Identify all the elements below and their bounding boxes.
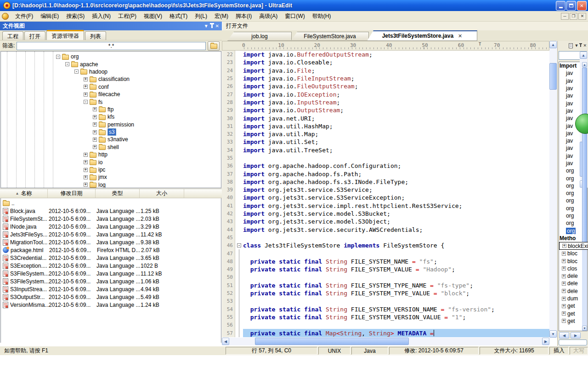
file-row[interactable]: S3Credential...2012-10-5 6:09...Java Lan… [1, 254, 221, 262]
tree-item-shell[interactable]: +shell [1, 144, 221, 151]
file-row[interactable]: S3FileSystem...2012-10-5 6:09...Java Lan… [1, 277, 221, 285]
expand-icon[interactable]: + [562, 266, 566, 270]
menu-item-6[interactable]: 格式(T) [166, 11, 191, 22]
tree-item-fs[interactable]: -fs [1, 98, 221, 105]
menu-item-0[interactable]: 文件(F) [11, 11, 37, 22]
scroll-up-button[interactable]: ▲ [580, 52, 587, 59]
code-line-41[interactable]: 41import org.jets3t.service.impl.rest.ht… [222, 202, 549, 210]
file-row[interactable]: S3FileSystem...2012-10-5 6:09...Java Lan… [1, 270, 221, 277]
function-list-edit-box[interactable] [559, 339, 587, 345]
code-line-22[interactable]: 22import java.io.BufferedOutputStream; [222, 51, 549, 58]
file-view-tab-工程[interactable]: 工程 [2, 31, 23, 40]
file-view-tab-打开[interactable]: 打开 [24, 31, 45, 40]
file-row[interactable]: S3OutputStr...2012-10-5 6:09...Java Lang… [1, 293, 221, 301]
code-line-36[interactable]: 36import org.apache.hadoop.conf.Configur… [222, 162, 549, 170]
document-menu-icon[interactable] [2, 13, 9, 20]
fold-column[interactable]: - [235, 242, 243, 249]
file-row[interactable]: Block.java2012-10-5 6:09...Java Language… [1, 207, 221, 215]
code-line-28[interactable]: 28import java.io.InputStream; [222, 98, 549, 106]
file-view-tab-列表[interactable]: 列表 [85, 31, 106, 40]
tree-item-io[interactable]: +io [1, 158, 221, 166]
tree-item-ftp[interactable]: +ftp [1, 106, 221, 113]
scrollbar-thumb[interactable] [255, 338, 409, 345]
fold-collapse-icon[interactable]: - [237, 243, 241, 247]
code-line-39[interactable]: 39import org.jets3t.service.S3Service; [222, 186, 549, 194]
code-editor[interactable]: 22import java.io.BufferedOutputStream;23… [222, 51, 549, 338]
filter-input[interactable] [17, 42, 206, 50]
funclist-item-blockExi-24[interactable]: +blockExi [559, 242, 588, 250]
editor-tab-Jets3tFileSystemStore.java[interactable]: Jets3tFileSystemStore.java✕ [367, 30, 477, 41]
close-panel-icon[interactable]: ✕ [215, 23, 219, 29]
expand-icon[interactable]: + [84, 153, 88, 157]
mdi-minimize-button[interactable]: ─ [561, 13, 569, 20]
expand-icon[interactable]: + [84, 92, 88, 97]
code-line-52[interactable]: 52 private static final String FILE_SYST… [222, 289, 549, 297]
code-line-27[interactable]: 27import java.io.IOException; [222, 90, 549, 98]
tree-item-kfs[interactable]: +kfs [1, 113, 221, 121]
file-row[interactable]: S3InputStrea...2012-10-5 6:09...Java Lan… [1, 285, 221, 293]
editor-tab-FileSystemStore.java[interactable]: FileSystemStore.java [291, 32, 369, 41]
code-line-46[interactable]: 46-class Jets3tFileSystemStore implement… [222, 242, 549, 249]
expand-icon[interactable]: + [562, 319, 566, 323]
expand-icon[interactable]: + [562, 244, 566, 248]
code-line-26[interactable]: 26import java.io.FileOutputStream; [222, 82, 549, 90]
file-row[interactable]: Jets3tFileSys...2012-10-5 6:09...Java La… [1, 230, 221, 238]
code-line-56[interactable]: 56 [222, 321, 549, 329]
chevron-down-icon[interactable]: ▼ [575, 43, 579, 48]
tree-item-s3native[interactable]: +s3native [1, 136, 221, 143]
expand-icon[interactable]: + [93, 145, 97, 149]
code-line-55[interactable]: 55 private static final String FILE_SYST… [222, 313, 549, 321]
menu-item-1[interactable]: 编辑(E) [37, 11, 62, 22]
code-line-33[interactable]: 33import java.util.Set; [222, 138, 549, 146]
tree-item-apache[interactable]: -apache [1, 60, 221, 68]
column-header-1[interactable]: 修改日期 [48, 189, 96, 198]
code-line-37[interactable]: 37import org.apache.hadoop.fs.Path; [222, 170, 549, 178]
code-line-49[interactable]: 49 private static final String FILE_SYST… [222, 265, 549, 273]
editor-tab-job.log[interactable]: job.log [227, 32, 292, 41]
code-line-34[interactable]: 34import java.util.TreeSet; [222, 146, 549, 154]
code-line-57[interactable]: 57 private static final Map<String, Stri… [222, 329, 549, 337]
scroll-up-button[interactable]: ▲ [582, 62, 587, 67]
menu-item-4[interactable]: 工程(P) [114, 11, 140, 22]
file-row[interactable]: S3Exception....2012-10-5 6:09...Java Lan… [1, 262, 221, 270]
file-view-tab-资源管理器[interactable]: 资源管理器 [46, 30, 84, 40]
menu-item-5[interactable]: 视图(V) [140, 11, 166, 22]
minimize-button[interactable] [556, 1, 565, 11]
code-line-30[interactable]: 30import java.net.URI; [222, 114, 549, 122]
code-line-35[interactable]: 35 [222, 154, 549, 162]
expand-icon[interactable]: + [93, 107, 97, 111]
mdi-restore-button[interactable]: ❐ [570, 13, 577, 20]
code-line-23[interactable]: 23import java.io.Closeable; [222, 58, 549, 66]
tree-item-hadoop[interactable]: -hadoop [1, 68, 221, 75]
file-row[interactable]: package.html2012-10-5 6:09...Firefox HTM… [1, 246, 221, 254]
expand-icon[interactable]: + [84, 77, 88, 81]
file-row[interactable]: INode.java2012-10-5 6:09...Java Language… [1, 223, 221, 230]
expand-icon[interactable]: + [562, 311, 566, 316]
menu-item-9[interactable]: 脚本(I) [232, 11, 255, 22]
expand-icon[interactable]: + [84, 160, 88, 164]
tree-item-conf[interactable]: +conf [1, 83, 221, 91]
menu-item-3[interactable]: 插入(N) [88, 11, 114, 22]
code-line-40[interactable]: 40import org.jets3t.service.S3ServiceExc… [222, 194, 549, 201]
scrollbar-thumb[interactable] [549, 63, 557, 90]
expand-icon[interactable]: + [562, 297, 566, 301]
expand-icon[interactable]: + [562, 304, 566, 308]
scroll-down-button[interactable]: ▼ [549, 330, 557, 338]
expand-icon[interactable]: - [56, 55, 60, 59]
menu-item-7[interactable]: 列(L) [191, 11, 211, 22]
tree-item-s3[interactable]: +s3 [1, 128, 221, 136]
code-line-25[interactable]: 25import java.io.FileInputStream; [222, 75, 549, 82]
expand-icon[interactable]: - [65, 62, 69, 66]
column-header-2[interactable]: 类型 [96, 189, 140, 198]
expand-icon[interactable]: + [562, 259, 566, 263]
expand-icon[interactable]: - [74, 69, 79, 74]
scrollbar-thumb[interactable] [582, 68, 587, 242]
expand-icon[interactable]: + [84, 168, 88, 172]
file-row[interactable]: FileSystemSt...2012-10-5 6:09...Java Lan… [1, 215, 221, 223]
code-line-47[interactable]: 47 [222, 249, 549, 257]
column-header-3[interactable]: 大小 [140, 189, 184, 198]
browse-folder-button[interactable] [208, 41, 220, 51]
expand-icon[interactable]: + [93, 130, 97, 134]
close-tab-icon[interactable]: ✕ [458, 33, 462, 39]
expand-icon[interactable]: + [562, 282, 566, 286]
